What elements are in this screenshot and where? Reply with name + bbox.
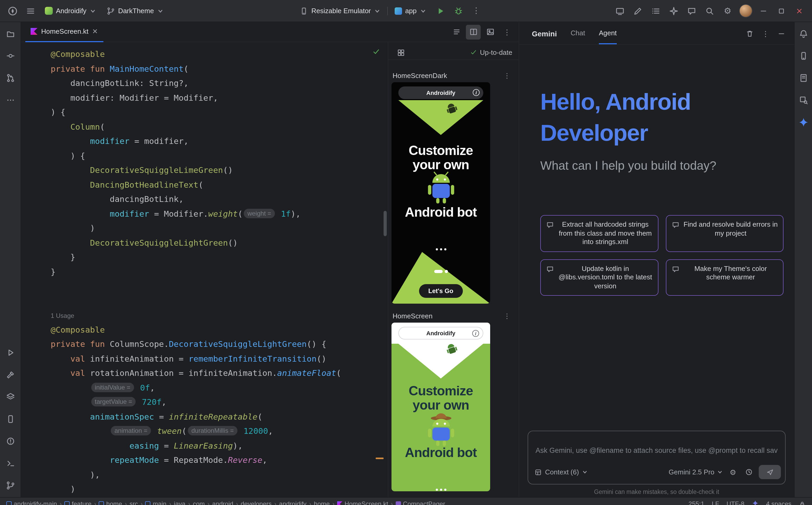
- device-manager-button[interactable]: [796, 48, 811, 63]
- spark-icon: [669, 6, 679, 16]
- breadcrumb-item[interactable]: src: [129, 500, 138, 505]
- code-line: ),: [51, 468, 388, 482]
- breadcrumb-item[interactable]: HomeScreen.kt: [337, 500, 388, 505]
- send-icon: [766, 468, 774, 476]
- inspections-ok-icon[interactable]: [372, 47, 380, 56]
- editor-tab-homescreen[interactable]: HomeScreen.kt ✕: [25, 22, 103, 42]
- project-tool-button[interactable]: [3, 26, 18, 41]
- main-menu-button[interactable]: [23, 3, 38, 18]
- module-icon: [99, 501, 104, 505]
- preview-ui-check-button[interactable]: [393, 45, 409, 60]
- more-tools-button[interactable]: [3, 93, 18, 108]
- tab-close-button[interactable]: ✕: [92, 27, 98, 35]
- run-config-selector[interactable]: app: [391, 3, 430, 18]
- breadcrumb-item[interactable]: main: [145, 500, 166, 505]
- device-manager-icon: [799, 51, 808, 61]
- breadcrumb-item[interactable]: home: [99, 500, 122, 505]
- branch-selector[interactable]: DarkTheme: [103, 3, 167, 18]
- window-minimize-button[interactable]: [756, 3, 771, 18]
- preview-label-homescreen: HomeScreen ⋮: [388, 309, 518, 323]
- profile-button[interactable]: [738, 3, 753, 18]
- clear-chat-button[interactable]: [742, 26, 757, 41]
- window-restore-button[interactable]: [774, 3, 789, 18]
- gemini-settings-button[interactable]: ⚙: [727, 466, 739, 478]
- play-outline-icon: [6, 348, 15, 357]
- breadcrumb-item[interactable]: com: [193, 500, 205, 505]
- breadcrumb-item[interactable]: androidify: [279, 500, 307, 505]
- file-encoding[interactable]: UTF-8: [726, 500, 744, 505]
- preview-options-menu[interactable]: ⋮: [502, 70, 512, 80]
- hide-panel-button[interactable]: [774, 26, 789, 41]
- run-button[interactable]: [433, 3, 448, 18]
- gemini-tool-button[interactable]: [796, 115, 811, 130]
- breadcrumb-item[interactable]: androidify-main: [6, 500, 57, 505]
- device-mirroring-icon: [615, 6, 625, 16]
- commit-tool-button[interactable]: [3, 48, 18, 63]
- problems-tool-button[interactable]: [3, 434, 18, 448]
- layout-inspector-button[interactable]: [796, 93, 811, 108]
- breadcrumb-item[interactable]: feature: [65, 500, 92, 505]
- context-selector[interactable]: Context (6): [533, 468, 590, 476]
- split-view-button[interactable]: [466, 24, 481, 39]
- running-devices-tool-button[interactable]: [3, 411, 18, 426]
- ai-spark-icon[interactable]: [752, 500, 759, 505]
- build-variants-tool-button[interactable]: [3, 389, 18, 404]
- preview-grid-icon: [397, 48, 405, 57]
- pencil-spark-icon: [633, 6, 643, 16]
- editor-scrollbar[interactable]: [383, 211, 387, 236]
- preview-phone-light[interactable]: Androidify i Customize your own: [391, 323, 490, 491]
- history-button[interactable]: [743, 466, 755, 478]
- gemini-input-box[interactable]: Context (6) Gemini 2.5 Pro ⚙: [528, 431, 786, 484]
- preview-options-menu[interactable]: ⋮: [502, 311, 512, 321]
- lock-icon[interactable]: [799, 501, 806, 505]
- gemini-options-menu[interactable]: ⋮: [758, 26, 773, 41]
- send-button[interactable]: [759, 465, 781, 479]
- tab-agent[interactable]: Agent: [599, 29, 617, 44]
- terminal-tool-button[interactable]: [3, 456, 18, 471]
- settings-button[interactable]: ⚙: [720, 3, 735, 18]
- suggestion-card[interactable]: Make my Theme's color scheme warmer: [666, 259, 784, 296]
- preview-phone-dark[interactable]: Androidify i Customize your own: [391, 82, 490, 304]
- model-selector[interactable]: Gemini 2.5 Pro: [669, 468, 723, 476]
- breadcrumb-item[interactable]: java: [174, 500, 186, 505]
- run-tool-button[interactable]: [3, 345, 18, 360]
- device-selector[interactable]: Resizable Emulator: [296, 3, 384, 18]
- line-separator[interactable]: LF: [712, 500, 719, 505]
- code-editor[interactable]: @Composableprivate fun MainHomeContent( …: [21, 42, 388, 497]
- pull-requests-tool-button[interactable]: [3, 70, 18, 86]
- suggestion-card[interactable]: Update kotlin in @libs.version.toml to t…: [540, 259, 658, 296]
- chevron-down-icon: [582, 469, 588, 475]
- build-analyzer-button[interactable]: [666, 3, 681, 18]
- suggestion-card[interactable]: Find and resolve build errors in my proj…: [666, 215, 784, 252]
- suggestion-card[interactable]: Extract all hardcoded strings from this …: [540, 215, 658, 252]
- warning-stripe-mark[interactable]: [376, 458, 383, 459]
- todo-list-button[interactable]: [649, 3, 663, 18]
- version-control-tool-button[interactable]: [3, 478, 18, 493]
- breadcrumb-item[interactable]: android: [212, 500, 233, 505]
- build-tool-button[interactable]: [3, 367, 18, 382]
- context-icon: [535, 468, 542, 476]
- indent-setting[interactable]: 4 spaces: [766, 500, 791, 505]
- tab-chat[interactable]: Chat: [571, 29, 585, 44]
- breadcrumb-item[interactable]: CompactPager: [395, 500, 445, 505]
- device-mirroring-button[interactable]: [612, 3, 627, 18]
- debug-button[interactable]: [451, 3, 466, 18]
- code-view-button[interactable]: [449, 24, 464, 39]
- breadcrumb-item[interactable]: developers: [241, 500, 271, 505]
- gemini-prompt-input[interactable]: [533, 434, 781, 464]
- project-selector[interactable]: Androidify: [41, 3, 100, 18]
- notifications-button[interactable]: [796, 26, 811, 41]
- window-close-button[interactable]: [792, 3, 807, 18]
- design-view-button[interactable]: [483, 24, 497, 39]
- editor-options-menu[interactable]: ⋮: [500, 24, 514, 39]
- kebab-icon: ⋮: [503, 72, 510, 79]
- search-everywhere-button[interactable]: [702, 3, 717, 18]
- gemini-code-assist-button[interactable]: [630, 3, 645, 18]
- resource-manager-button[interactable]: [796, 70, 811, 86]
- sync-project-button[interactable]: [684, 3, 699, 18]
- caret-position[interactable]: 255:1: [689, 500, 704, 505]
- kotlin-file-icon: [337, 501, 342, 505]
- lets-go-button[interactable]: Let's Go: [419, 284, 463, 298]
- run-options-menu[interactable]: ⋮: [469, 3, 484, 18]
- breadcrumb-item[interactable]: home: [314, 500, 330, 505]
